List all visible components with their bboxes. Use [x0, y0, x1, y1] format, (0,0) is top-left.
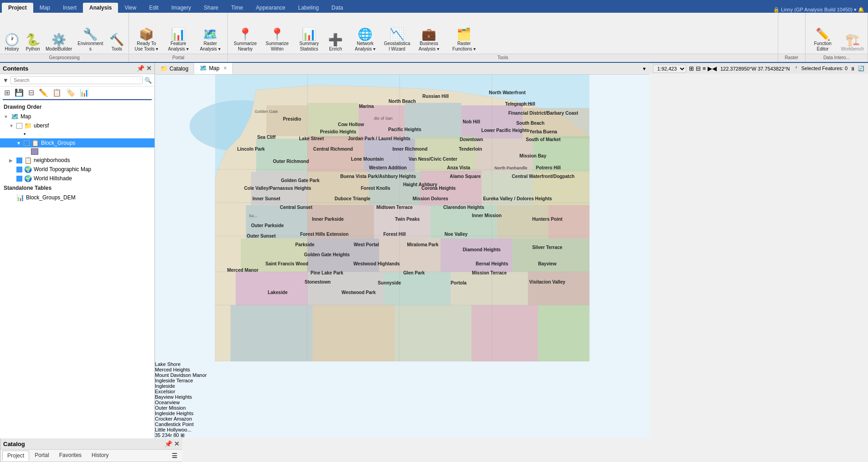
- history-button[interactable]: 🕐 History: [2, 32, 22, 54]
- geostatistical-button[interactable]: 📉 Geostatistical Wizard: [381, 26, 412, 54]
- tree-item-world-hillshade[interactable]: 🌍 World Hillshade: [0, 174, 154, 183]
- svg-text:Lincoln Park: Lincoln Park: [237, 147, 265, 152]
- close-contents-icon[interactable]: ✕: [146, 65, 152, 72]
- tab-imagery[interactable]: Imagery: [165, 3, 197, 13]
- tab-project[interactable]: Project: [2, 3, 33, 13]
- search-icon[interactable]: 🔍: [144, 77, 152, 84]
- filter-icon[interactable]: ▼: [3, 77, 9, 84]
- modelbuilder-icon: ⚙️: [51, 34, 66, 46]
- svg-text:Outer Parkside: Outer Parkside: [251, 223, 284, 228]
- rasteranalysis-button[interactable]: 🗺️ Raster Analysis ▾: [195, 26, 226, 54]
- svg-text:Duboce Triangle: Duboce Triangle: [334, 196, 370, 201]
- map-expander[interactable]: ▼: [4, 114, 9, 119]
- tab-labeling[interactable]: Labeling: [292, 3, 325, 13]
- main-layout: Contents 📌 ✕ ▼ 🔍 ⊞ 💾 ⊟ ✏️ 📋 🏷️ 📊 Drawing…: [0, 63, 868, 438]
- tree-item-ubersf-sub[interactable]: •: [0, 130, 154, 138]
- rasterfunctions-button[interactable]: 🗂️ Raster Functions ▾: [448, 26, 479, 54]
- tree-item-map[interactable]: ▼ 🗺️ Map: [0, 112, 154, 121]
- businessanalysis-button[interactable]: 💼 Business Analysis ▾: [413, 26, 444, 54]
- svg-text:Outer Richmond: Outer Richmond: [273, 159, 309, 164]
- svg-text:Buena Vista Park/Ashbury Heigh: Buena Vista Park/Ashbury Heights: [340, 174, 416, 179]
- contents-toolbar: ⊞ 💾 ⊟ ✏️ 📋 🏷️ 📊: [0, 86, 154, 99]
- svg-rect-26: [548, 205, 589, 239]
- tree-item-blockgroups-dem[interactable]: 📊 Block_Groups_DEM: [0, 193, 154, 202]
- neighborhoods-checkbox[interactable]: [16, 157, 22, 163]
- functioneditor-button[interactable]: ✏️ Function Editor: [807, 26, 838, 54]
- search-input[interactable]: [10, 76, 143, 84]
- edit-icon[interactable]: ✏️: [37, 88, 49, 97]
- tab-share[interactable]: Share: [197, 3, 225, 13]
- ubersf-expander[interactable]: ▼: [9, 123, 15, 128]
- blockgroupsdem-icon: 📊: [16, 194, 24, 201]
- scale-selector[interactable]: 1:92,423: [653, 65, 686, 73]
- label-icon[interactable]: 🏷️: [65, 88, 77, 97]
- readytools-icon: 📦: [139, 28, 154, 40]
- filter-layers-icon[interactable]: ⊟: [27, 88, 36, 97]
- tab-map[interactable]: Map: [33, 3, 56, 13]
- tree-item-ubersf[interactable]: ▼ 📁 ubersf: [0, 121, 154, 130]
- svg-rect-9: [256, 139, 308, 172]
- chart-icon[interactable]: 📊: [78, 88, 90, 97]
- environments-button[interactable]: 🔧 Environments: [75, 26, 106, 54]
- readytools-button[interactable]: 📦 Ready To Use Tools ▾: [131, 26, 162, 54]
- map-tab-close[interactable]: ✕: [223, 66, 227, 71]
- catalog-project-tab[interactable]: Project: [2, 451, 29, 461]
- tab-insert[interactable]: Insert: [56, 3, 83, 13]
- catalog-portal-tab[interactable]: Portal: [30, 451, 53, 461]
- enrich-button[interactable]: ➕ Enrich: [325, 32, 345, 54]
- tab-time[interactable]: Time: [225, 3, 249, 13]
- tab-analysis[interactable]: Analysis: [83, 3, 118, 13]
- tab-appearance[interactable]: Appearance: [250, 3, 292, 13]
- table-icon[interactable]: 📋: [51, 88, 63, 97]
- featureanalysis-button[interactable]: 📊 Feature Analysis ▾: [163, 26, 194, 54]
- tab-map-view[interactable]: 🗺️ Map ✕: [194, 63, 232, 74]
- python-button[interactable]: 🐍 Python: [23, 32, 43, 54]
- svg-rect-10: [308, 136, 364, 172]
- block-groups-checkbox[interactable]: [24, 140, 30, 146]
- tools-button[interactable]: 🔨 Tools: [107, 32, 127, 54]
- data-source-icon[interactable]: 💾: [13, 88, 25, 97]
- svg-rect-32: [236, 272, 308, 305]
- pause-icon[interactable]: ⏸: [850, 66, 855, 71]
- workbench-button[interactable]: 🏗️ Workbench: [839, 32, 866, 54]
- summarizewithin-button[interactable]: 📍 Summarize Within: [262, 26, 293, 54]
- svg-text:Mission Terrace: Mission Terrace: [472, 270, 507, 275]
- map-tab-dropdown[interactable]: ▾: [639, 64, 649, 74]
- tree-item-neighborhoods[interactable]: ▶ 📋 neighborhoods: [0, 156, 154, 165]
- svg-text:Silver Terrace: Silver Terrace: [532, 245, 563, 250]
- summarizenearby-button[interactable]: 📍 Summarize Nearby: [230, 26, 261, 54]
- svg-rect-41: [538, 305, 590, 361]
- map-container[interactable]: Russian Hill North Waterfront Telegraph …: [155, 75, 649, 361]
- tab-view[interactable]: View: [118, 3, 143, 13]
- refresh-icon[interactable]: 🔄: [858, 66, 864, 71]
- summarystatistics-button[interactable]: 📊 Summary Statistics: [293, 26, 324, 54]
- ubersf-label: ubersf: [34, 122, 49, 129]
- layers-icon[interactable]: ⊞: [3, 88, 11, 97]
- blockgroups-expander[interactable]: ▼: [16, 141, 22, 146]
- tab-data[interactable]: Data: [325, 3, 349, 13]
- modelbuilder-button[interactable]: ⚙️ ModelBuilder: [44, 32, 74, 54]
- ubersf-checkbox[interactable]: [16, 123, 22, 129]
- catalog-menu-icon[interactable]: ☰: [169, 451, 180, 461]
- contents-title: Contents: [3, 65, 28, 72]
- blockgroups-label: Block_Groups: [41, 140, 75, 146]
- worldhillshade-checkbox[interactable]: [16, 176, 22, 182]
- coordinate-display: 122.3728950°W 37.7543822°N: [720, 66, 790, 71]
- summarizenearby-icon: 📍: [238, 28, 252, 40]
- map-svg: Russian Hill North Waterfront Telegraph …: [155, 75, 649, 361]
- user-label: 🔒 Linny (GP Analysis Build 10450) ▾ 🔔: [773, 7, 864, 13]
- catalog-favorites-tab[interactable]: Favorites: [55, 451, 86, 461]
- svg-text:Central Richmond: Central Richmond: [313, 147, 353, 152]
- pin-catalog-icon[interactable]: 📌: [164, 440, 172, 447]
- neighborhoods-expander[interactable]: ▶: [9, 158, 15, 163]
- svg-rect-38: [313, 305, 395, 361]
- pin-icon[interactable]: 📌: [137, 65, 144, 72]
- networkanalysis-button[interactable]: 🌐 Network Analysis ▾: [349, 26, 380, 54]
- tree-item-block-groups[interactable]: ▼ 📋 Block_Groups: [0, 138, 154, 147]
- tab-catalog-map[interactable]: 📁 Catalog: [155, 63, 194, 74]
- catalog-history-tab[interactable]: History: [87, 451, 113, 461]
- worldtopo-checkbox[interactable]: [16, 167, 22, 173]
- close-catalog-icon[interactable]: ✕: [174, 440, 180, 447]
- tree-item-world-topo[interactable]: 🌍 World Topographic Map: [0, 165, 154, 174]
- tab-edit[interactable]: Edit: [143, 3, 165, 13]
